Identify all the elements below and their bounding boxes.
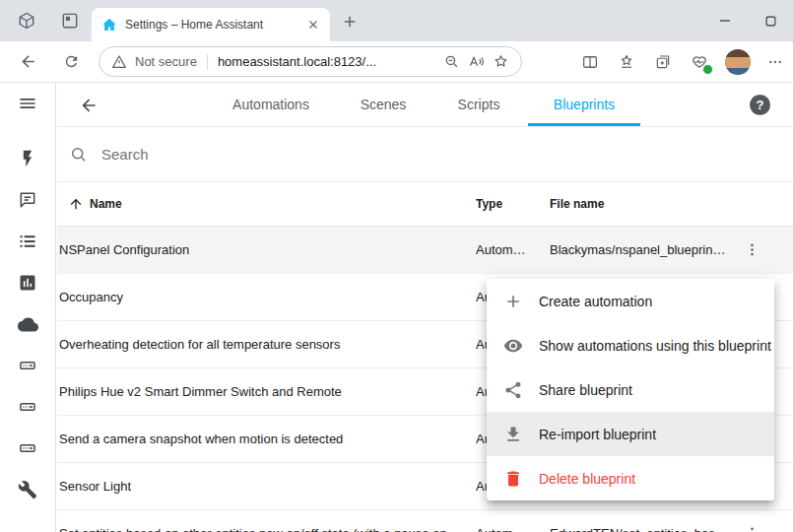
menu-item-label: Share blueprint — [539, 382, 632, 398]
menu-item-label: Create automation — [539, 294, 652, 309]
row-overflow-menu-icon[interactable] — [742, 239, 762, 260]
tab-close-icon[interactable] — [304, 16, 322, 33]
window-minimize-button[interactable] — [702, 0, 748, 41]
row-name: Set entities based on other entities new… — [59, 510, 463, 532]
sidebar-hub-icon-1[interactable] — [0, 345, 55, 386]
share-icon — [503, 380, 523, 400]
row-name: NSPanel Configuration — [59, 227, 189, 273]
sidebar-energy-icon[interactable] — [0, 138, 55, 179]
row-file: Blackymas/nspanel_blueprin… — [550, 227, 747, 273]
eye-icon — [503, 336, 523, 356]
row-file: EdwardTEN/set_entities_bas… — [550, 510, 747, 532]
row-name: Send a camera snapshot when motion is de… — [59, 416, 343, 462]
refresh-icon[interactable] — [59, 50, 83, 74]
window-controls — [702, 0, 793, 41]
split-screen-icon[interactable] — [579, 51, 601, 73]
menu-item-create-automation[interactable]: Create automation — [487, 279, 774, 323]
sidebar-logbook-icon[interactable] — [0, 179, 55, 221]
menu-item-label: Show automations using this blueprint — [539, 338, 771, 354]
tab-actions-icon[interactable] — [53, 4, 87, 37]
download-icon — [503, 425, 523, 444]
ha-back-icon[interactable] — [69, 86, 108, 125]
table-row[interactable]: NSPanel Configuration Autom… Blackymas/n… — [57, 227, 793, 274]
profile-avatar[interactable] — [725, 49, 751, 75]
plus-icon — [503, 292, 523, 311]
ha-sidebar — [0, 83, 56, 532]
table-header: Name Type File name — [57, 182, 793, 227]
column-header-type[interactable]: Type — [476, 182, 502, 227]
sidebar-menu-icon[interactable] — [0, 83, 55, 124]
browser-tab[interactable]: Settings – Home Assistant — [92, 8, 330, 41]
help-icon[interactable]: ? — [750, 95, 770, 115]
menu-item-label: Re-import blueprint — [539, 427, 656, 442]
menu-item-label: Delete blueprint — [539, 471, 635, 487]
security-label: Not secure — [135, 54, 197, 69]
tab-title: Settings – Home Assistant — [125, 18, 297, 32]
not-secure-warning-icon — [111, 54, 127, 70]
tab-blueprints[interactable]: Blueprints — [554, 83, 615, 127]
essentials-status-badge — [702, 64, 713, 75]
row-overflow-menu-icon[interactable] — [742, 523, 762, 532]
tab-scripts[interactable]: Scripts — [458, 83, 500, 127]
search-placeholder: Search — [101, 146, 149, 163]
menu-item-reimport-blueprint[interactable]: Re-import blueprint — [487, 412, 774, 456]
address-divider — [207, 54, 208, 70]
zoom-out-icon[interactable] — [443, 53, 460, 70]
row-type: Autom… — [476, 510, 539, 532]
browser-navbar: Not secure homeassistant.local:8123/... — [0, 41, 793, 83]
url-text[interactable]: homeassistant.local:8123/... — [218, 54, 435, 69]
menu-item-show-automations[interactable]: Show automations using this blueprint — [487, 323, 774, 367]
favorites-icon[interactable] — [616, 51, 637, 73]
search-field[interactable]: Search — [57, 127, 793, 182]
workspaces-icon[interactable] — [10, 4, 43, 37]
collections-icon[interactable] — [652, 51, 674, 73]
blueprint-context-menu: Create automation Show automations using… — [487, 279, 774, 500]
read-aloud-icon[interactable] — [468, 53, 485, 70]
ha-toolbar: Automations Scenes Scripts Blueprints ? — [57, 83, 793, 127]
sidebar-hub-icon-2[interactable] — [0, 386, 55, 428]
sidebar-history-icon[interactable] — [0, 262, 55, 303]
sidebar-developer-tools-icon[interactable] — [0, 469, 55, 510]
sort-ascending-icon — [68, 196, 84, 212]
home-assistant-favicon — [101, 17, 117, 33]
active-tab-underline — [528, 123, 640, 126]
window-maximize-button[interactable] — [748, 0, 793, 41]
sidebar-hub-icon-3[interactable] — [0, 428, 55, 469]
back-icon[interactable] — [16, 50, 39, 74]
favorite-star-icon[interactable] — [493, 53, 509, 70]
row-name: Philips Hue v2 Smart Dimmer Switch and R… — [59, 368, 342, 415]
screen: Settings – Home Assistant — [0, 0, 793, 532]
tab-scenes[interactable]: Scenes — [361, 83, 407, 127]
sidebar-todo-list-icon[interactable] — [0, 221, 55, 262]
row-type: Autom… — [476, 227, 539, 273]
sidebar-cloud-icon[interactable] — [0, 303, 55, 345]
column-header-file[interactable]: File name — [550, 182, 604, 227]
tab-automations[interactable]: Automations — [232, 83, 309, 127]
trash-icon — [503, 469, 523, 489]
row-name: Overheating detection for all temperatur… — [59, 321, 340, 367]
menu-item-share-blueprint[interactable]: Share blueprint — [487, 367, 774, 412]
row-name: Sensor Light — [59, 463, 131, 509]
browser-menu-icon[interactable] — [765, 52, 785, 72]
browser-tab-strip: Settings – Home Assistant — [0, 0, 793, 41]
menu-item-delete-blueprint[interactable]: Delete blueprint — [487, 456, 774, 500]
search-icon — [69, 145, 89, 165]
address-bar[interactable]: Not secure homeassistant.local:8123/... — [99, 46, 522, 77]
new-tab-button[interactable] — [339, 11, 361, 33]
column-header-name[interactable]: Name — [90, 182, 122, 227]
row-name: Occupancy — [59, 274, 123, 320]
table-row[interactable]: Set entities based on other entities new… — [57, 510, 793, 532]
